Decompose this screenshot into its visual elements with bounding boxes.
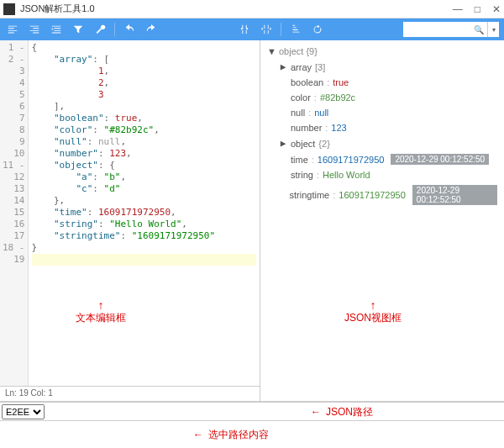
code-line[interactable]: "null": null, xyxy=(32,136,257,148)
line-number: 7 xyxy=(3,113,25,124)
toolbar: 🔍 ▾ xyxy=(0,18,504,40)
align-left-icon[interactable] xyxy=(5,22,20,37)
tree-item[interactable]: boolean : true xyxy=(279,75,497,90)
code-line[interactable]: 1, xyxy=(32,66,257,77)
titlebar: JSON解析工具1.0 — □ ✕ xyxy=(0,0,504,18)
tree-key: string xyxy=(291,170,313,180)
align-right-icon[interactable] xyxy=(27,22,42,37)
line-number: 3 xyxy=(3,66,25,77)
app-icon xyxy=(3,3,15,15)
window-title: JSON解析工具1.0 xyxy=(20,3,453,15)
text-editor-pane: 1 -2 -3 4 5 6 7 8 9 10 11 -12 13 14 15 1… xyxy=(0,40,260,401)
bottom-panel: E2EE ←JSON路径 ←选中路径内容 xyxy=(0,402,504,448)
line-number: 5 xyxy=(3,89,25,101)
tree-root-label: object {9} xyxy=(279,46,318,56)
tree-meta: [3] xyxy=(315,62,325,72)
refresh-icon[interactable] xyxy=(310,22,325,37)
tree-meta: {2} xyxy=(318,139,329,149)
tree-value: Hello World xyxy=(323,170,370,180)
tree-item[interactable]: ▶array [3] xyxy=(279,59,497,75)
tree-value: true xyxy=(333,77,349,87)
line-number: 9 xyxy=(3,136,25,148)
line-number: 11 - xyxy=(3,160,25,171)
tree-item[interactable]: time : 16091719729502020-12-29 00:12:52:… xyxy=(279,151,497,167)
code-line[interactable]: "c": "d" xyxy=(32,183,257,195)
code-line[interactable]: "a": "b", xyxy=(32,171,257,183)
code-area[interactable]: 1 -2 -3 4 5 6 7 8 9 10 11 -12 13 14 15 1… xyxy=(0,40,260,386)
line-number: 8 xyxy=(3,124,25,136)
tree-value: null xyxy=(314,108,328,118)
tree-key: color xyxy=(291,92,311,103)
tree-key: number xyxy=(291,123,322,133)
collapse-toggle[interactable]: ▼ xyxy=(267,46,276,56)
minimize-button[interactable]: — xyxy=(453,3,463,15)
line-number: 14 xyxy=(3,195,25,207)
code-line[interactable]: "number": 123, xyxy=(32,148,257,160)
code-line[interactable]: "string": "Hello World", xyxy=(32,219,257,230)
arrow-left-icon: ← xyxy=(193,429,203,440)
tree-value: 123 xyxy=(331,123,346,133)
code-line[interactable]: }, xyxy=(32,195,257,207)
toolbar-separator xyxy=(281,23,281,36)
path-select[interactable]: E2EE xyxy=(2,404,45,419)
code-line[interactable]: "color": "#82b92c", xyxy=(32,124,257,136)
expand-icon[interactable] xyxy=(259,22,274,37)
tree-item[interactable]: color : #82b92c xyxy=(279,90,497,105)
code-line[interactable] xyxy=(32,254,257,266)
close-button[interactable]: ✕ xyxy=(492,3,501,15)
code-line[interactable]: ], xyxy=(32,101,257,113)
code-line[interactable]: "object": { xyxy=(32,160,257,171)
maximize-button[interactable]: □ xyxy=(475,3,480,15)
annotation-content: ←选中路径内容 xyxy=(193,428,269,442)
json-tree-pane[interactable]: ▼object {9} ▶array [3]boolean : truecolo… xyxy=(260,40,504,401)
timestamp-badge: 2020-12-29 00:12:52:50 xyxy=(391,154,489,165)
window-controls: — □ ✕ xyxy=(453,3,501,15)
tree-key: time xyxy=(291,155,308,165)
toolbar-separator xyxy=(114,23,115,36)
code-line[interactable]: } xyxy=(32,242,257,254)
tree-item[interactable]: ▶object {2} xyxy=(279,135,497,151)
line-number: 19 xyxy=(3,254,25,266)
line-number: 17 xyxy=(3,230,25,242)
tree-value: #82b92c xyxy=(320,92,355,103)
tree-key: object xyxy=(291,139,315,149)
line-number: 18 - xyxy=(3,242,25,254)
code-line[interactable]: "time": 1609171972950, xyxy=(32,207,257,219)
line-number: 16 xyxy=(3,219,25,230)
code-line[interactable]: "stringtime": "1609171972950" xyxy=(32,230,257,242)
code-line[interactable]: 2, xyxy=(32,77,257,89)
line-number: 13 xyxy=(3,183,25,195)
line-gutter: 1 -2 -3 4 5 6 7 8 9 10 11 -12 13 14 15 1… xyxy=(0,40,29,386)
tree-root[interactable]: ▼object {9} xyxy=(267,44,497,59)
annotation-tree: ↑ JSON视图框 xyxy=(344,301,402,325)
code-line[interactable]: 3 xyxy=(32,89,257,101)
expand-toggle[interactable]: ▶ xyxy=(279,138,287,149)
filter-icon[interactable] xyxy=(71,22,86,37)
tree-item[interactable]: stringtime : 16091719729502020-12-29 00:… xyxy=(279,182,497,208)
indent-icon[interactable] xyxy=(49,22,64,37)
line-number: 1 - xyxy=(3,42,25,54)
main-area: 1 -2 -3 4 5 6 7 8 9 10 11 -12 13 14 15 1… xyxy=(0,40,504,402)
line-number: 12 xyxy=(3,171,25,183)
wrench-icon[interactable] xyxy=(92,22,108,37)
tree-item[interactable]: string : Hello World xyxy=(279,167,497,182)
search-wrap: 🔍 ▾ xyxy=(403,22,499,37)
expand-toggle[interactable]: ▶ xyxy=(279,61,287,72)
arrow-up-icon: ↑ xyxy=(344,301,402,309)
line-number: 4 xyxy=(3,77,25,89)
code-line[interactable]: "boolean": true, xyxy=(32,113,257,124)
code-text[interactable]: { "array": [ 1, 2, 3 ], "boolean": true,… xyxy=(29,40,260,386)
redo-icon[interactable] xyxy=(144,22,159,37)
sort-icon[interactable] xyxy=(288,22,303,37)
editor-statusbar: Ln: 19 Col: 1 xyxy=(0,386,260,401)
line-number: 15 xyxy=(3,207,25,219)
tree-item[interactable]: null : null xyxy=(279,105,497,120)
collapse-icon[interactable] xyxy=(237,22,252,37)
tree-item[interactable]: number : 123 xyxy=(279,120,497,135)
search-dropdown-button[interactable]: ▾ xyxy=(487,22,499,37)
tree-key: boolean xyxy=(291,77,323,87)
code-line[interactable]: { xyxy=(32,42,257,54)
code-line[interactable]: "array": [ xyxy=(32,54,257,66)
tree-value: 1609171972950 xyxy=(339,190,406,200)
undo-icon[interactable] xyxy=(122,22,137,37)
